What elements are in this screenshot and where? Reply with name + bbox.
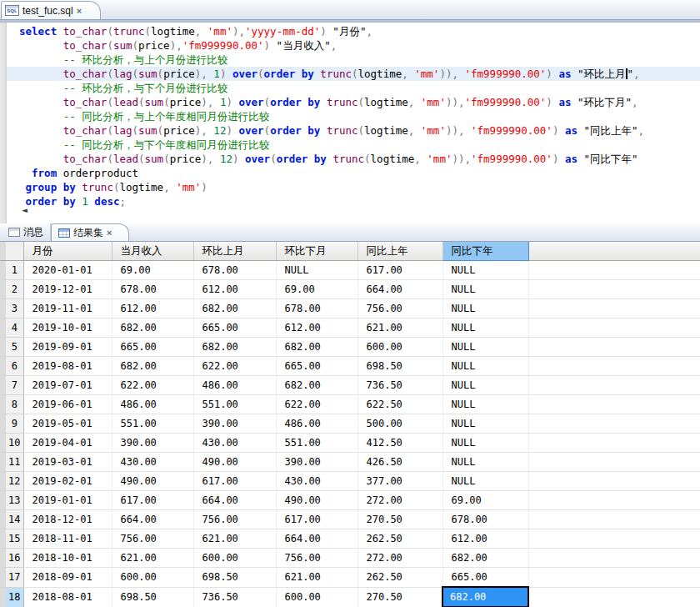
cell[interactable]: 665.00 — [442, 568, 528, 588]
cell[interactable]: NULL — [442, 395, 528, 414]
cell[interactable]: 682.00 — [442, 549, 528, 568]
cell[interactable]: 2018-11-01 — [23, 529, 112, 549]
cell[interactable]: 612.00 — [276, 319, 358, 338]
cell[interactable]: 2019-05-01 — [23, 414, 112, 434]
row-number[interactable]: 5 — [0, 338, 23, 357]
cell[interactable]: 551.00 — [112, 414, 193, 434]
column-header[interactable]: 环比上月 — [193, 242, 276, 261]
cell[interactable]: 664.00 — [358, 280, 442, 299]
cell[interactable]: 678.00 — [193, 261, 276, 280]
cell[interactable]: 426.50 — [358, 453, 442, 472]
cell[interactable]: 490.00 — [276, 491, 358, 510]
cell[interactable]: 262.50 — [358, 529, 442, 549]
cell[interactable]: NULL — [442, 376, 528, 395]
cell[interactable]: 430.00 — [276, 472, 358, 491]
cell[interactable]: NULL — [442, 434, 528, 453]
cell[interactable]: 612.00 — [193, 280, 276, 299]
cell[interactable]: 682.00 — [193, 338, 276, 357]
cell[interactable]: 665.00 — [112, 338, 193, 357]
cell[interactable]: 621.00 — [276, 568, 358, 588]
sql-editor[interactable]: select to_char(trunc(logtime, 'mm'),'yyy… — [0, 23, 700, 223]
row-number[interactable]: 18 — [0, 587, 23, 607]
cell[interactable]: 377.00 — [358, 472, 442, 491]
cell[interactable]: 272.00 — [358, 549, 442, 568]
cell[interactable]: 390.00 — [112, 434, 193, 453]
cell[interactable]: 69.00 — [112, 261, 193, 280]
row-number[interactable]: 9 — [0, 414, 23, 434]
scrollbar-left-arrow-icon[interactable]: ◄ — [22, 206, 28, 214]
row-number[interactable]: 14 — [0, 510, 23, 529]
cell[interactable]: 617.00 — [193, 472, 276, 491]
cell[interactable]: 698.50 — [358, 357, 442, 376]
cell[interactable]: 756.00 — [358, 299, 442, 319]
column-header[interactable]: 同比上年 — [358, 242, 442, 261]
column-header[interactable]: 当月收入 — [112, 242, 193, 261]
cell[interactable]: 2019-02-01 — [23, 472, 112, 491]
cell[interactable]: 2019-04-01 — [23, 434, 112, 453]
row-number[interactable]: 7 — [0, 376, 23, 395]
cell[interactable]: 2019-08-01 — [23, 357, 112, 376]
row-number[interactable]: 2 — [0, 280, 23, 299]
cell[interactable]: NULL — [442, 414, 528, 434]
cell[interactable]: 412.50 — [358, 434, 442, 453]
cell[interactable]: 2019-10-01 — [23, 319, 112, 338]
cell[interactable]: 682.00 — [276, 376, 358, 395]
cell[interactable]: 682.00 — [276, 338, 358, 357]
cell[interactable]: 621.00 — [193, 529, 276, 549]
row-number[interactable]: 6 — [0, 357, 23, 376]
cell[interactable]: 551.00 — [276, 434, 358, 453]
cell[interactable]: 678.00 — [112, 280, 193, 299]
cell[interactable]: 678.00 — [442, 510, 528, 529]
cell[interactable]: 490.00 — [193, 453, 276, 472]
cell[interactable]: 500.00 — [358, 414, 442, 434]
cell[interactable]: 664.00 — [112, 510, 193, 529]
cell[interactable]: 2019-12-01 — [23, 280, 112, 299]
row-number[interactable]: 3 — [0, 299, 23, 319]
cell[interactable]: 2018-10-01 — [23, 549, 112, 568]
cell[interactable]: 2018-09-01 — [23, 568, 112, 588]
cell[interactable]: 486.00 — [193, 376, 276, 395]
cell[interactable]: 69.00 — [442, 491, 528, 510]
cell[interactable]: 698.50 — [193, 568, 276, 588]
cell[interactable]: 664.00 — [276, 529, 358, 549]
cell[interactable]: 698.50 — [112, 587, 193, 607]
column-header[interactable]: 月份 — [23, 242, 112, 261]
cell[interactable]: 617.00 — [276, 510, 358, 529]
cell[interactable]: 69.00 — [276, 280, 358, 299]
cell[interactable]: 2020-01-01 — [23, 261, 112, 280]
cell[interactable]: 430.00 — [193, 434, 276, 453]
cell[interactable]: 2018-08-01 — [23, 587, 112, 607]
row-number[interactable]: 8 — [0, 395, 23, 414]
cell[interactable]: NULL — [276, 261, 358, 280]
cell[interactable]: 736.50 — [358, 376, 442, 395]
cell[interactable]: 390.00 — [276, 453, 358, 472]
cell[interactable]: 622.00 — [193, 357, 276, 376]
cell[interactable]: 2019-01-01 — [23, 491, 112, 510]
cell[interactable]: 664.00 — [193, 491, 276, 510]
result-table[interactable]: 月份当月收入环比上月环比下月同比上年同比下年12020-01-0169.0067… — [0, 242, 700, 607]
cell[interactable]: 490.00 — [112, 472, 193, 491]
cell[interactable]: 756.00 — [193, 510, 276, 529]
cell[interactable]: 2019-11-01 — [23, 299, 112, 319]
cell[interactable]: 682.00 — [442, 587, 528, 607]
cell[interactable]: 430.00 — [112, 453, 193, 472]
cell[interactable]: 486.00 — [112, 395, 193, 414]
cell[interactable]: NULL — [442, 261, 528, 280]
row-number[interactable]: 12 — [0, 472, 23, 491]
cell[interactable]: 600.00 — [193, 549, 276, 568]
cell[interactable]: 665.00 — [193, 319, 276, 338]
row-number[interactable]: 15 — [0, 529, 23, 549]
cell[interactable]: NULL — [442, 319, 528, 338]
cell[interactable]: 270.50 — [358, 587, 442, 607]
cell[interactable]: 2018-12-01 — [23, 510, 112, 529]
cell[interactable]: 2019-06-01 — [23, 395, 112, 414]
row-number[interactable]: 1 — [0, 261, 23, 280]
cell[interactable]: 2019-03-01 — [23, 453, 112, 472]
cell[interactable]: 736.50 — [193, 587, 276, 607]
cell[interactable]: 756.00 — [276, 549, 358, 568]
cell[interactable]: 621.00 — [112, 549, 193, 568]
cell[interactable]: 2019-09-01 — [23, 338, 112, 357]
cell[interactable]: 622.00 — [112, 376, 193, 395]
cell[interactable]: NULL — [442, 472, 528, 491]
cell[interactable]: NULL — [442, 453, 528, 472]
